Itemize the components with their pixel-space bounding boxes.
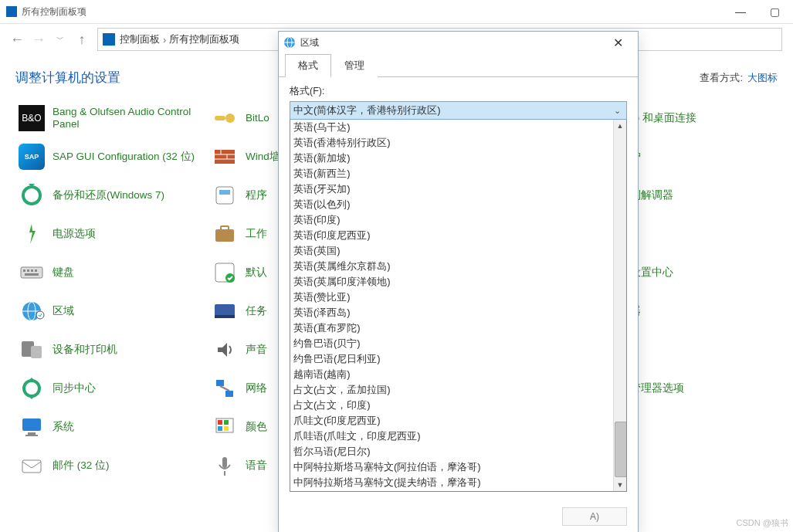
window-title: 所有控制面板项 <box>22 5 86 19</box>
power-icon <box>19 221 45 247</box>
view-by-value[interactable]: 大图标 <box>747 71 778 85</box>
format-option[interactable]: 约鲁巴语(尼日利亚) <box>290 351 613 367</box>
svg-point-23 <box>36 311 44 319</box>
watermark: CSDN @狼书 <box>737 517 788 529</box>
format-option[interactable]: 英语(英属维尔京群岛) <box>290 259 613 274</box>
cp-item[interactable]: 备份和还原(Windows 7) <box>12 176 205 215</box>
minimize-button[interactable]: — <box>724 0 757 23</box>
format-option[interactable]: 爪哇语(爪哇文，印度尼西亚) <box>290 429 613 444</box>
cp-item[interactable]: SAPSAP GUI Configuration (32 位) <box>12 137 205 176</box>
svg-rect-34 <box>25 435 38 436</box>
maximize-button[interactable]: ▢ <box>757 0 791 23</box>
cp-item-label: 同步中心 <box>53 382 96 395</box>
scroll-up-button[interactable]: ▲ <box>614 120 626 132</box>
format-option[interactable]: 英语(英国) <box>290 243 613 259</box>
region-dialog: 区域 ✕ 格式 管理 格式(F): 中文(简体汉字，香港特别行政区) ⌄ 英语(… <box>278 31 639 532</box>
up-button[interactable]: ↑ <box>71 29 93 50</box>
format-option[interactable]: 中部库尔德语(伊拉克) <box>290 490 613 491</box>
forward-button[interactable]: → <box>28 29 49 50</box>
format-option[interactable]: 英语(乌干达) <box>290 120 613 135</box>
format-option[interactable]: 中阿特拉斯塔马塞特文(提夫纳语，摩洛哥) <box>290 475 613 490</box>
cp-item-label: Bang & Olufsen Audio Control Panel <box>53 106 199 130</box>
format-option[interactable]: 英语(直布罗陀) <box>290 320 613 336</box>
format-label: 格式(F): <box>290 85 627 98</box>
scrollbar-track[interactable]: ▲ ▼ <box>613 120 626 491</box>
tab-admin[interactable]: 管理 <box>331 54 378 77</box>
cp-item[interactable]: 设备和打印机 <box>12 330 205 369</box>
cp-item-label: 系统 <box>53 421 74 433</box>
back-button[interactable]: ← <box>6 29 28 50</box>
svg-rect-38 <box>218 426 222 431</box>
cp-item[interactable]: 电源选项 <box>12 215 205 253</box>
svg-rect-29 <box>216 380 224 386</box>
backup-icon <box>19 182 45 208</box>
svg-rect-17 <box>25 273 39 276</box>
cp-item[interactable]: 邮件 (32 位) <box>12 446 205 485</box>
color-icon <box>212 414 238 440</box>
format-option[interactable]: 英语(英属印度洋领地) <box>290 274 613 290</box>
view-by: 查看方式: 大图标 <box>700 71 778 85</box>
cp-item[interactable]: B&OBang & Olufsen Audio Control Panel <box>12 99 205 137</box>
svg-rect-9 <box>219 190 230 195</box>
chevron-down-icon: ⌄ <box>611 106 623 116</box>
cp-item-label: 键盘 <box>53 266 74 279</box>
format-option[interactable]: 英语(赞比亚) <box>290 290 613 305</box>
cp-item[interactable]: 区域 <box>12 292 205 330</box>
cp-item[interactable]: 系统 <box>12 408 205 446</box>
keyboard-icon <box>19 259 45 286</box>
tab-format[interactable]: 格式 <box>285 54 331 77</box>
cp-item-label: 声音 <box>246 344 267 356</box>
close-button[interactable]: ✕ <box>602 32 633 53</box>
svg-rect-13 <box>23 269 25 272</box>
cp-item[interactable]: 键盘 <box>12 253 205 292</box>
format-options-listbox[interactable]: 英语(乌干达)英语(香港特别行政区)英语(新加坡)英语(新西兰)英语(牙买加)英… <box>290 120 627 492</box>
format-option[interactable]: 占文(占文，孟加拉国) <box>290 382 613 398</box>
format-option[interactable]: 英语(以色列) <box>290 197 613 212</box>
svg-rect-39 <box>224 426 229 431</box>
format-select[interactable]: 中文(简体汉字，香港特别行政区) ⌄ <box>290 101 627 120</box>
scroll-down-button[interactable]: ▼ <box>614 479 626 491</box>
scrollbar-thumb[interactable] <box>615 422 627 477</box>
taskbar-icon <box>212 298 238 324</box>
system-icon <box>19 414 45 440</box>
format-option[interactable]: 哲尔马语(尼日尔) <box>290 444 613 459</box>
sap-icon: SAP <box>19 144 45 170</box>
svg-rect-12 <box>21 267 42 278</box>
format-option[interactable]: 英语(香港特别行政区) <box>290 135 613 151</box>
dialog-tabs: 格式 管理 <box>279 53 638 77</box>
format-option[interactable]: 占文(占文，印度) <box>290 398 613 413</box>
format-option[interactable]: 英语(印度) <box>290 212 613 228</box>
svg-rect-37 <box>224 420 229 425</box>
apply-button[interactable]: A) <box>562 507 627 526</box>
svg-rect-25 <box>215 315 235 318</box>
svg-rect-33 <box>28 432 36 435</box>
key-icon <box>212 105 238 131</box>
format-option[interactable]: 英语(新加坡) <box>290 151 613 166</box>
svg-point-7 <box>23 187 40 204</box>
format-option[interactable]: 英语(泽西岛) <box>290 305 613 320</box>
format-option[interactable]: 英语(牙买加) <box>290 181 613 197</box>
sound-icon <box>212 337 238 363</box>
format-option[interactable]: 约鲁巴语(贝宁) <box>290 336 613 351</box>
page-title: 调整计算机的设置 <box>15 69 120 86</box>
recent-locations-button[interactable]: ﹀ <box>49 29 71 50</box>
svg-rect-40 <box>22 460 41 473</box>
format-option[interactable]: 越南语(越南) <box>290 367 613 382</box>
chevron-right-icon: › <box>163 34 166 46</box>
format-option[interactable]: 爪哇文(印度尼西亚) <box>290 413 613 429</box>
format-option[interactable]: 英语(印度尼西亚) <box>290 228 613 243</box>
cp-item[interactable]: 同步中心 <box>12 369 205 408</box>
breadcrumb-item[interactable]: 控制面板 <box>120 32 160 46</box>
bo-icon: B&O <box>19 105 45 131</box>
work-icon <box>212 221 238 247</box>
breadcrumb-item[interactable]: 所有控制面板项 <box>169 32 239 46</box>
cp-item-label: 电源选项 <box>53 228 96 240</box>
cp-item-label: 工作 <box>246 228 267 240</box>
svg-point-1 <box>225 114 235 123</box>
mail-icon <box>19 452 45 479</box>
format-option[interactable]: 中阿特拉斯塔马塞特文(阿拉伯语，摩洛哥) <box>290 459 613 475</box>
svg-line-31 <box>220 386 229 391</box>
svg-rect-30 <box>225 391 233 397</box>
cp-item-label: 任务 <box>246 305 267 317</box>
format-option[interactable]: 英语(新西兰) <box>290 166 613 181</box>
